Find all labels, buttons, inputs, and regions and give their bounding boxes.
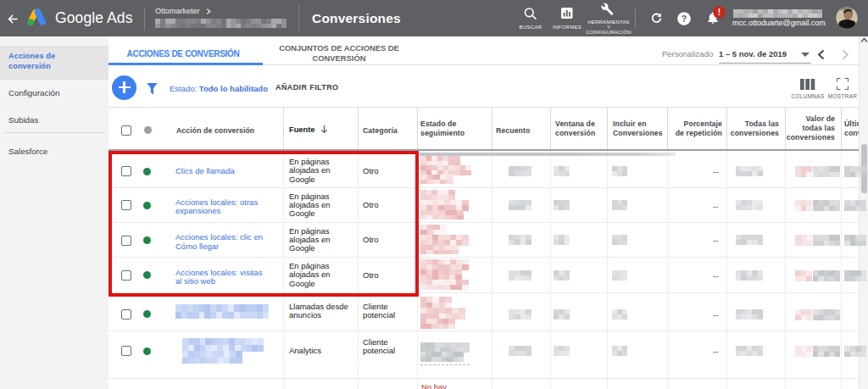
svg-text:!: !: [718, 8, 721, 17]
svg-text:?: ?: [681, 14, 686, 24]
